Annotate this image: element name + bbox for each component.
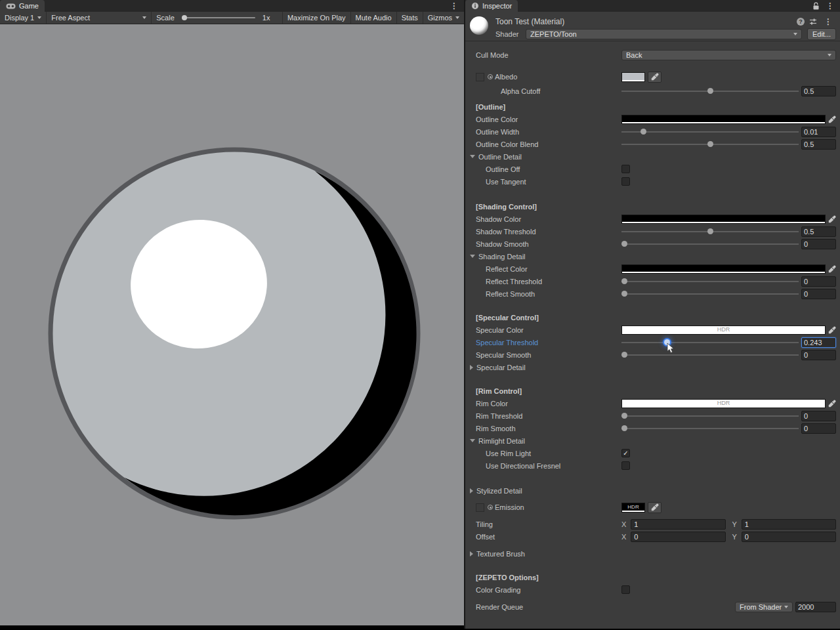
outline-width-value-field[interactable]: 0.01 — [801, 127, 836, 137]
row-label-tiling: Tiling — [465, 520, 621, 528]
specular-threshold-slider[interactable] — [621, 337, 799, 348]
presets-icon[interactable] — [809, 18, 817, 26]
gamepad-icon — [6, 3, 16, 9]
row-label-rimlight-detail[interactable]: Rimlight Detail — [465, 437, 621, 445]
scale-slider[interactable] — [182, 17, 255, 18]
gizmos-button[interactable]: Gizmos — [423, 12, 464, 24]
eyedropper-icon[interactable] — [828, 400, 836, 408]
rim-color-swatch[interactable]: HDR — [621, 399, 826, 408]
specular-smooth-value-field[interactable]: 0 — [801, 350, 836, 360]
specular-smooth-slider-handle[interactable] — [621, 352, 627, 358]
row-label-reflect-smooth: Reflect Smooth — [465, 290, 621, 298]
row-outline-width: Outline Width0.01 — [465, 125, 840, 138]
shadow-smooth-slider[interactable] — [621, 239, 799, 249]
material-kebab-icon[interactable]: ⋮ — [822, 16, 835, 28]
mute-audio-button[interactable]: Mute Audio — [351, 12, 396, 24]
rim-threshold-label: Rim Threshold — [476, 412, 522, 420]
use-rim-light-checkbox[interactable]: ✓ — [621, 449, 630, 457]
tab-game[interactable]: Game — [0, 0, 45, 12]
shadow-threshold-slider-handle[interactable] — [707, 228, 713, 234]
texture-slot-emission[interactable] — [476, 503, 484, 512]
shadow-threshold-slider[interactable] — [621, 226, 799, 237]
rim-smooth-slider[interactable] — [621, 423, 799, 434]
specular-smooth-slider[interactable] — [621, 350, 799, 360]
object-picker-icon[interactable] — [488, 74, 493, 79]
specular-color-swatch[interactable]: HDR — [621, 326, 826, 335]
row-label-outline-detail[interactable]: Outline Detail — [465, 153, 621, 161]
shadow-smooth-slider-handle[interactable] — [621, 241, 627, 247]
render-queue-dropdown[interactable]: From Shader — [735, 602, 793, 612]
lock-icon[interactable] — [812, 1, 820, 10]
row-label-textured-brush[interactable]: Textured Brush — [465, 550, 621, 558]
row-shadow-smooth: Shadow Smooth0 — [465, 238, 840, 250]
help-icon[interactable]: ? — [797, 18, 805, 26]
reflect-threshold-value-field[interactable]: 0 — [801, 276, 836, 287]
shader-edit-button[interactable]: Edit... — [807, 28, 836, 40]
reflect-threshold-slider-handle[interactable] — [621, 278, 627, 284]
tab-inspector[interactable]: Inspector — [465, 0, 518, 12]
maximize-on-play-button[interactable]: Maximize On Play — [283, 12, 350, 24]
tiling-x-field[interactable]: 1 — [631, 519, 725, 530]
offset-y-field[interactable]: 0 — [742, 532, 836, 542]
eyedropper-icon[interactable] — [828, 215, 836, 223]
outline-width-slider-handle[interactable] — [640, 129, 646, 135]
reflect-smooth-slider[interactable] — [621, 289, 799, 299]
emission-color-swatch[interactable]: HDR — [621, 503, 645, 513]
albedo-color-swatch[interactable] — [621, 72, 645, 82]
reflect-threshold-slider[interactable] — [621, 276, 799, 287]
cull-mode-dropdown[interactable]: Back — [621, 50, 836, 60]
outline-color-swatch[interactable] — [621, 115, 826, 124]
row-label-stylized-detail[interactable]: Stylized Detail — [465, 487, 621, 495]
color-grading-checkbox[interactable] — [621, 585, 630, 594]
offset-x-field[interactable]: 0 — [631, 532, 725, 542]
outline-width-slider[interactable] — [621, 127, 799, 137]
outline-color-blend-slider[interactable] — [621, 139, 799, 150]
tiling-y-field[interactable]: 1 — [742, 519, 836, 530]
use-directional-fresnel-checkbox[interactable] — [621, 461, 630, 470]
outline-color-blend-slider-handle[interactable] — [707, 141, 713, 147]
specular-control-label: [Specular Control] — [476, 314, 539, 322]
specular-threshold-value-field[interactable]: 0.243 — [801, 337, 836, 348]
texture-slot-albedo[interactable] — [476, 73, 484, 81]
shadow-threshold-value-field[interactable]: 0.5 — [801, 226, 836, 237]
display-dropdown[interactable]: Display 1 — [0, 12, 46, 24]
eyedropper-icon[interactable] — [828, 265, 836, 273]
alpha-cutoff-slider-handle[interactable] — [707, 88, 713, 94]
rim-threshold-value-field[interactable]: 0 — [801, 411, 836, 421]
render-queue-value-field[interactable]: 2000 — [795, 602, 836, 612]
shadow-color-swatch[interactable] — [621, 215, 826, 224]
object-picker-icon[interactable] — [488, 505, 493, 510]
aspect-dropdown[interactable]: Free Aspect — [47, 12, 151, 24]
shader-dropdown[interactable]: ZEPETO/Toon — [526, 29, 802, 39]
game-menu-kebab-icon[interactable]: ⋮ — [448, 0, 461, 12]
rim-smooth-value-field[interactable]: 0 — [801, 423, 836, 434]
game-panel: Game ⋮ Display 1 Free Aspect Scale — [0, 0, 464, 630]
eyedropper-icon[interactable] — [828, 326, 836, 334]
row-label-specular-detail[interactable]: Specular Detail — [465, 364, 621, 371]
outline-off-checkbox[interactable] — [621, 165, 630, 173]
eyedropper-button[interactable] — [648, 72, 662, 83]
reflect-color-swatch[interactable] — [621, 264, 826, 274]
rim-threshold-slider-handle[interactable] — [621, 413, 627, 419]
alpha-cutoff-value-field[interactable]: 0.5 — [801, 86, 836, 96]
row-control-reflect-smooth: 0 — [621, 289, 840, 299]
shadow-smooth-value-field[interactable]: 0 — [801, 239, 836, 249]
row-specular-threshold: Specular Threshold0.243 — [465, 336, 840, 348]
alpha-cutoff-slider[interactable] — [621, 86, 799, 96]
rim-smooth-slider-handle[interactable] — [621, 425, 627, 431]
reflect-smooth-value-field[interactable]: 0 — [801, 289, 836, 299]
use-tangent-checkbox[interactable] — [621, 177, 630, 186]
eyedropper-button[interactable] — [648, 502, 662, 513]
reflect-smooth-slider-handle[interactable] — [621, 291, 627, 297]
scale-slider-handle[interactable] — [182, 15, 187, 20]
row-rim-threshold: Rim Threshold0 — [465, 410, 840, 422]
row-control-outline-off — [621, 165, 840, 173]
specular-smooth-label: Specular Smooth — [476, 351, 531, 359]
inspector-menu-kebab-icon[interactable]: ⋮ — [824, 0, 837, 12]
eyedropper-icon[interactable] — [828, 116, 836, 123]
row-label-shading-detail[interactable]: Shading Detail — [465, 253, 621, 261]
scene-render — [0, 24, 464, 625]
stats-button[interactable]: Stats — [397, 12, 423, 24]
rim-threshold-slider[interactable] — [621, 411, 799, 421]
outline-color-blend-value-field[interactable]: 0.5 — [801, 139, 836, 150]
